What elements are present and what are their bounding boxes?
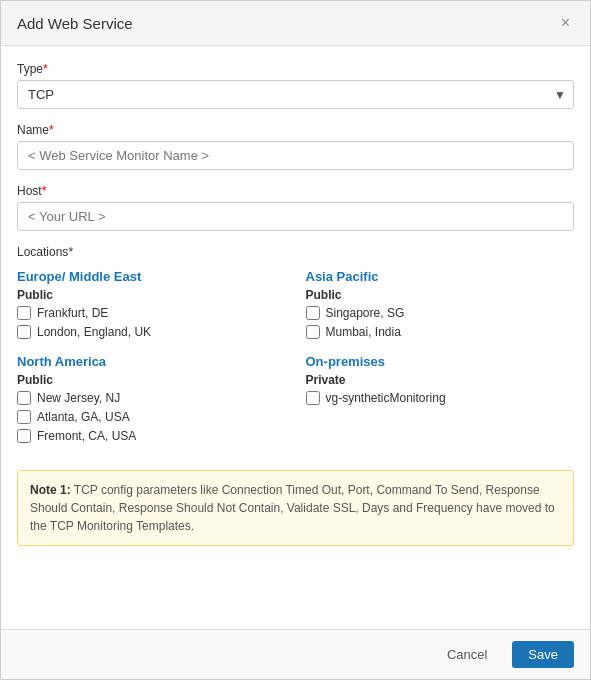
name-label: Name* [17,123,574,137]
vgsynthetic-label[interactable]: vg-syntheticMonitoring [326,391,446,405]
list-item: London, England, UK [17,325,286,339]
host-input[interactable] [17,202,574,231]
atlanta-checkbox[interactable] [17,410,31,424]
add-web-service-dialog: Add Web Service × Type* TCP HTTP HTTPS P… [0,0,591,680]
type-select[interactable]: TCP HTTP HTTPS PING FTP SMTP [17,80,574,109]
frankfurt-checkbox[interactable] [17,306,31,320]
fremont-label[interactable]: Fremont, CA, USA [37,429,136,443]
note-box: Note 1: TCP config parameters like Conne… [17,470,574,546]
host-field-group: Host* [17,184,574,231]
host-label: Host* [17,184,574,198]
list-item: Mumbai, India [306,325,575,339]
dialog-header: Add Web Service × [1,1,590,46]
northamerica-region: North America Public New Jersey, NJ Atla… [17,354,296,448]
onpremises-access-type: Private [306,373,575,387]
cancel-button[interactable]: Cancel [432,640,502,669]
singapore-label[interactable]: Singapore, SG [326,306,405,320]
locations-label: Locations* [17,245,574,259]
locations-group: Locations* Europe/ Middle East Public Fr… [17,245,574,546]
northamerica-title: North America [17,354,286,369]
type-label: Type* [17,62,574,76]
name-input[interactable] [17,141,574,170]
europe-access-type: Public [17,288,286,302]
asia-access-type: Public [306,288,575,302]
vgsynthetic-checkbox[interactable] [306,391,320,405]
note-text: TCP config parameters like Connection Ti… [30,483,555,533]
atlanta-label[interactable]: Atlanta, GA, USA [37,410,130,424]
list-item: Fremont, CA, USA [17,429,286,443]
europe-region: Europe/ Middle East Public Frankfurt, DE… [17,269,296,344]
singapore-checkbox[interactable] [306,306,320,320]
london-checkbox[interactable] [17,325,31,339]
close-button[interactable]: × [557,13,574,33]
list-item: vg-syntheticMonitoring [306,391,575,405]
frankfurt-label[interactable]: Frankfurt, DE [37,306,108,320]
northamerica-access-type: Public [17,373,286,387]
list-item: Atlanta, GA, USA [17,410,286,424]
onpremises-region: On-premises Private vg-syntheticMonitori… [296,354,575,448]
type-field-group: Type* TCP HTTP HTTPS PING FTP SMTP ▼ [17,62,574,109]
save-button[interactable]: Save [512,641,574,668]
dialog-body: Type* TCP HTTP HTTPS PING FTP SMTP ▼ Nam… [1,46,590,629]
type-select-wrapper: TCP HTTP HTTPS PING FTP SMTP ▼ [17,80,574,109]
asia-region: Asia Pacific Public Singapore, SG Mumbai… [296,269,575,344]
london-label[interactable]: London, England, UK [37,325,151,339]
locations-grid: Europe/ Middle East Public Frankfurt, DE… [17,269,574,458]
europe-title: Europe/ Middle East [17,269,286,284]
onpremises-title: On-premises [306,354,575,369]
list-item: New Jersey, NJ [17,391,286,405]
mumbai-label[interactable]: Mumbai, India [326,325,401,339]
newjersey-label[interactable]: New Jersey, NJ [37,391,120,405]
mumbai-checkbox[interactable] [306,325,320,339]
asia-title: Asia Pacific [306,269,575,284]
dialog-footer: Cancel Save [1,629,590,679]
fremont-checkbox[interactable] [17,429,31,443]
list-item: Frankfurt, DE [17,306,286,320]
dialog-title: Add Web Service [17,15,133,32]
note-label: Note 1: [30,483,71,497]
newjersey-checkbox[interactable] [17,391,31,405]
name-field-group: Name* [17,123,574,170]
list-item: Singapore, SG [306,306,575,320]
